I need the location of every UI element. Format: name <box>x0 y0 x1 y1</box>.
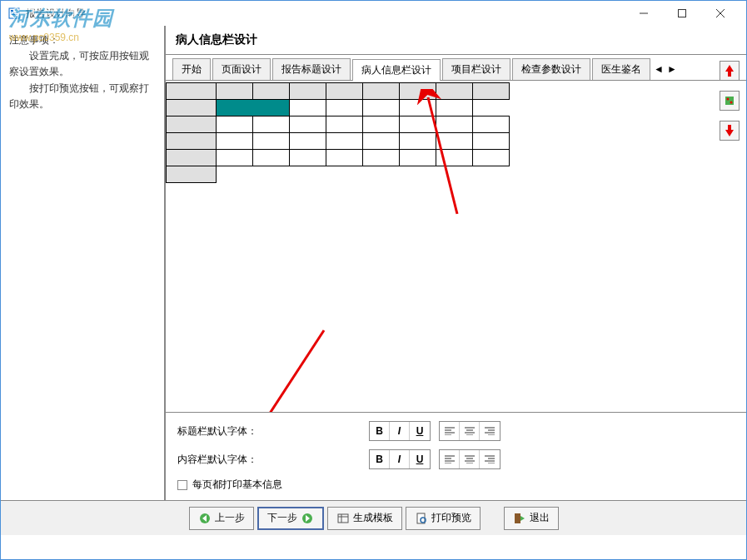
print-every-page-label: 每页都打印基本信息 <box>192 478 282 492</box>
bold-button-title[interactable]: B <box>370 422 390 440</box>
svg-point-39 <box>730 102 733 104</box>
align-center-button-title[interactable] <box>460 422 480 440</box>
svg-marker-40 <box>725 125 734 136</box>
svg-marker-36 <box>725 65 734 77</box>
align-right-button-title[interactable] <box>480 422 500 440</box>
italic-button-title[interactable]: I <box>390 422 410 440</box>
annotation-arrow-2 <box>249 322 332 412</box>
align-right-button-content[interactable] <box>480 450 500 468</box>
print-preview-button[interactable]: 打印预览 <box>406 507 481 530</box>
tabs-row: 开始 页面设计 报告标题设计 病人信息栏设计 项目栏设计 检查参数设计 医生鉴名… <box>166 55 746 81</box>
svg-rect-1 <box>11 10 13 12</box>
preview-icon <box>415 512 428 525</box>
sidebar-text-1: 注意事项： <box>9 32 156 48</box>
svg-point-38 <box>727 98 730 101</box>
svg-marker-51 <box>520 516 525 521</box>
tab-start[interactable]: 开始 <box>172 58 211 80</box>
underline-button-content[interactable]: U <box>410 450 430 468</box>
titlebar: 报告设计向导 <box>1 1 746 26</box>
tab-scroll-right-icon[interactable]: ► <box>665 62 679 76</box>
design-grid[interactable] <box>166 82 510 183</box>
content-font-label: 内容栏默认字体： <box>177 453 277 467</box>
refresh-button[interactable] <box>720 91 740 111</box>
tab-doctor-sign[interactable]: 医生鉴名 <box>592 58 650 80</box>
tab-page-design[interactable]: 页面设计 <box>212 58 271 80</box>
tab-patient-info[interactable]: 病人信息栏设计 <box>352 59 441 81</box>
generate-template-button[interactable]: 生成模板 <box>327 507 402 530</box>
bottom-toolbar: 上一步 下一步 生成模板 打印预览 退出 <box>1 500 746 535</box>
next-button[interactable]: 下一步 <box>257 507 324 530</box>
tab-check-params[interactable]: 检查参数设计 <box>512 58 590 80</box>
font-settings-panel: 标题栏默认字体： B I U 内容栏默认字体： B <box>166 412 746 500</box>
align-center-button-content[interactable] <box>460 450 480 468</box>
svg-rect-45 <box>338 514 348 523</box>
tab-report-title[interactable]: 报告标题设计 <box>272 58 351 80</box>
close-button[interactable] <box>701 1 740 26</box>
tab-project[interactable]: 项目栏设计 <box>442 58 510 80</box>
sidebar-text-3: 按打印预览按钮，可观察打印效果。 <box>9 81 156 112</box>
align-left-button-title[interactable] <box>440 422 460 440</box>
svg-rect-2 <box>11 12 17 13</box>
align-left-button-content[interactable] <box>440 450 460 468</box>
underline-button-title[interactable]: U <box>410 422 430 440</box>
move-up-button[interactable] <box>720 61 740 81</box>
move-down-button[interactable] <box>720 121 740 141</box>
svg-line-11 <box>261 330 324 412</box>
bold-button-content[interactable]: B <box>370 450 390 468</box>
svg-rect-3 <box>11 14 17 15</box>
print-every-page-checkbox[interactable] <box>177 480 187 490</box>
window-title: 报告设计向导 <box>26 7 625 21</box>
highlighted-cell[interactable] <box>217 100 290 116</box>
svg-rect-37 <box>725 97 734 105</box>
sidebar-text-2: 设置完成，可按应用按钮观察设置效果。 <box>9 48 156 80</box>
prev-button[interactable]: 上一步 <box>189 507 254 530</box>
title-font-label: 标题栏默认字体： <box>177 424 277 439</box>
app-icon <box>7 7 21 20</box>
exit-icon <box>513 512 526 525</box>
minimize-button[interactable] <box>625 1 663 26</box>
arrow-left-icon <box>198 512 212 525</box>
arrow-right-icon <box>301 512 314 525</box>
svg-rect-50 <box>515 513 520 523</box>
template-icon <box>336 512 350 525</box>
design-canvas[interactable] <box>166 81 746 412</box>
italic-button-content[interactable]: I <box>390 450 410 468</box>
exit-button[interactable]: 退出 <box>504 507 559 530</box>
svg-rect-5 <box>679 10 686 17</box>
tab-scroll-left-icon[interactable]: ◄ <box>652 62 665 76</box>
sidebar-help: 注意事项： 设置完成，可按应用按钮观察设置效果。 按打印预览按钮，可观察打印效果… <box>1 26 164 500</box>
maximize-button[interactable] <box>663 1 701 26</box>
section-title: 病人信息栏设计 <box>166 26 746 55</box>
